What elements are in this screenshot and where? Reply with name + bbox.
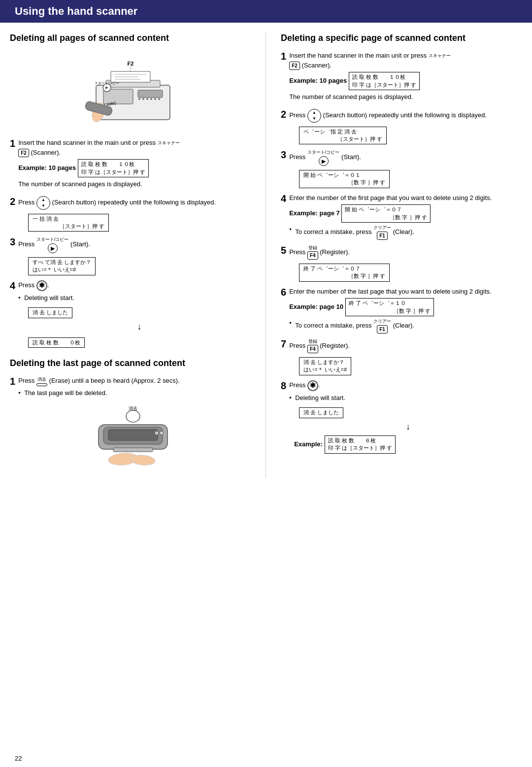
clear-label: クリアー: [373, 225, 391, 232]
bullet-s4: To correct a mistake, press クリアー F1 (Cle…: [289, 225, 522, 240]
example-label-s1: Example: 10 pages: [289, 77, 347, 84]
header-bar: Using the hand scanner: [0, 0, 532, 23]
step-7-specific: 7 Press 登録 F4 (Register). 消 去 しますか？ はい=＊…: [281, 338, 522, 375]
display-box-step4-1: 消 去 しました: [28, 307, 72, 318]
section-delete-specific-heading: Deleting a specific page of scanned cont…: [281, 33, 522, 44]
page: Using the hand scanner Deleting all page…: [0, 0, 532, 767]
clear-btn-wrapper: クリアー F1: [373, 225, 391, 240]
step-s1-text: Insert the hand scanner in the main unit…: [289, 51, 522, 103]
svg-point-8: [158, 98, 160, 100]
section-delete-all-heading: Deleting all pages of scanned content: [10, 33, 256, 44]
step-1-specific: 1 Insert the hand scanner in the main un…: [281, 51, 522, 103]
display-box-s8-1: 消 去 しました: [299, 407, 343, 418]
start-btn-wrapper-r: スタート/コピー ▶: [307, 149, 340, 166]
search-button-r[interactable]: ▲ ▼: [307, 109, 321, 123]
svg-point-5: [146, 98, 148, 100]
section-delete-last: Deleting the last page of scanned conten…: [10, 358, 256, 468]
svg-rect-2: [138, 90, 163, 98]
erase-label-jp: 消去: [37, 376, 46, 383]
display-box-step4-2: 読 取 枚 数 ０枚: [28, 337, 85, 348]
register-label-5: 登録: [308, 245, 317, 252]
start-copy-label: スタート/コピー: [36, 236, 69, 243]
svg-point-28: [160, 431, 164, 435]
section-delete-all: Deleting all pages of scanned content: [10, 33, 256, 348]
example-box-s6: 終 了 ペ゛ーシ゛＝１０ ［数 字 ］押 す: [345, 298, 434, 316]
arrow-up-icon-r: ▲: [312, 110, 316, 116]
register-label-7: 登録: [308, 338, 317, 345]
step-6-specific: 6 Enter the number of the last page that…: [281, 287, 522, 333]
arrow-down-r: ↓: [294, 420, 522, 434]
step-3-delete-all: 3 Press スタート/コピー ▶ (Start). すべ て消 去 しますか…: [10, 236, 256, 275]
example-label-1: Example: 10 pages: [18, 164, 76, 171]
svg-point-31: [130, 454, 156, 466]
svg-point-7: [154, 98, 156, 100]
example-label-s6: Example: page 10: [289, 303, 343, 310]
display-box-s3: 開 始 ペ゛ーシ゛＝０１ ［数 字 ］押 す: [299, 170, 390, 188]
register-button-7[interactable]: F4: [307, 345, 318, 353]
arrow-up-icon: ▲: [41, 197, 45, 203]
step-num-4: 4: [10, 280, 15, 291]
start-copy-label-r: スタート/コピー: [307, 149, 340, 156]
step-last-1-text: Press 消去 (Erase) until a beep is heard (…: [18, 376, 256, 398]
step-num-3: 3: [10, 236, 15, 247]
scanner-label-small: スキャナー: [158, 140, 180, 147]
step-1-text: Insert the hand scanner in the main unit…: [18, 138, 256, 191]
bullet-last-page: The last page will be deleted.: [18, 388, 256, 398]
f2-button-r[interactable]: F2: [289, 62, 300, 70]
step-num-s1: 1: [281, 51, 286, 62]
asterisk-button-r[interactable]: ✱: [307, 380, 318, 391]
svg-rect-29: [113, 448, 153, 452]
erase-btn-wrapper: 消去: [36, 376, 47, 386]
step-num-1: 1: [10, 138, 15, 149]
erase-button[interactable]: [36, 383, 47, 386]
register-btn-wrapper-7: 登録 F4: [307, 338, 318, 354]
svg-text:F2: F2: [127, 61, 133, 67]
display-box-step2-left: 一 括 消 去 ［スタート］押 す: [28, 214, 109, 232]
step-num-s4: 4: [281, 193, 286, 204]
start-button[interactable]: ▶: [48, 243, 58, 253]
step-2-text: Press ▲ ▼ (Search button) repeatedly unt…: [18, 196, 256, 232]
example-box-s1: 読 取 枚 数 １０枚 印 字 は［スタート］押 す: [349, 72, 420, 90]
clear-button-6[interactable]: F1: [377, 325, 388, 333]
step-num-s7: 7: [281, 338, 286, 349]
display-box-s2: ペ゛ーシ゛指 定 消 去 ［スタート］押 す: [299, 127, 387, 145]
bullet-s6: To correct a mistake, press クリアー F1 (Cle…: [289, 318, 522, 333]
start-btn-wrapper: スタート/コピー ▶: [36, 236, 69, 253]
register-btn-wrapper-5: 登録 F4: [307, 245, 318, 260]
arrow-down-icon: ▼: [41, 203, 45, 209]
svg-point-23: [126, 410, 140, 422]
svg-rect-26: [108, 430, 158, 440]
arrow-down: ↓: [23, 320, 256, 333]
step-num-2: 2: [10, 196, 15, 207]
step-s6-text: Enter the number of the last page that y…: [289, 287, 522, 333]
example-box-s8: 読 取 枚 数 ６枚 印 字 は［スタート］押 す: [325, 435, 396, 454]
example-box-s4: 開 始 ペ゛ーシ゛＝０７ ［数 字 ］押 す: [341, 204, 430, 223]
bullet-s8: Deleting will start.: [289, 393, 522, 403]
clear-button[interactable]: F1: [377, 232, 388, 240]
left-column: Deleting all pages of scanned content: [10, 33, 266, 478]
svg-point-3: [138, 98, 140, 100]
step-s5-text: Press 登録 F4 (Register). 終 了 ペ゛ーシ゛＝０７ ［数 …: [289, 245, 522, 282]
step-4-text: Press ✱. Deleting will start. 消 去 しました ↓…: [18, 280, 256, 348]
asterisk-button[interactable]: ✱: [36, 280, 47, 291]
scanner-label-small-r: スキャナー: [429, 53, 451, 60]
display-box-s5: 終 了 ペ゛ーシ゛＝０７ ［数 字 ］押 す: [299, 264, 390, 282]
example-box-1: 読 取 枚 数 １０枚 印 字 は［スタート］押 す: [78, 159, 149, 177]
step-num-s3: 3: [281, 149, 286, 160]
start-button-r[interactable]: ▶: [319, 156, 329, 166]
svg-point-4: [142, 98, 144, 100]
step-3-specific: 3 Press スタート/コピー ▶ (Start). 開 始 ペ゛ーシ゛＝０１: [281, 149, 522, 188]
step-num-s5: 5: [281, 245, 286, 256]
step-s3-text: Press スタート/コピー ▶ (Start). 開 始 ペ゛ーシ゛＝０１ ［…: [289, 149, 522, 188]
fax-illustration: F2 スタート/コピー (Bottom side): [10, 51, 256, 131]
step-1-delete-last: 1 Press 消去 (Erase) until a beep is heard…: [10, 376, 256, 398]
register-button-5[interactable]: F4: [307, 251, 318, 260]
arrow-down-icon-r: ▼: [312, 116, 316, 122]
step-num-s6: 6: [281, 287, 286, 298]
section-delete-last-heading: Deleting the last page of scanned conten…: [10, 358, 256, 369]
search-button[interactable]: ▲ ▼: [36, 196, 50, 210]
step-2-delete-all: 2 Press ▲ ▼ (Search button) repeatedly u…: [10, 196, 256, 232]
f2-button[interactable]: F2: [18, 149, 29, 157]
step-1-delete-all: 1 Insert the hand scanner in the main un…: [10, 138, 256, 191]
example-label-s8: Example:: [294, 440, 323, 448]
